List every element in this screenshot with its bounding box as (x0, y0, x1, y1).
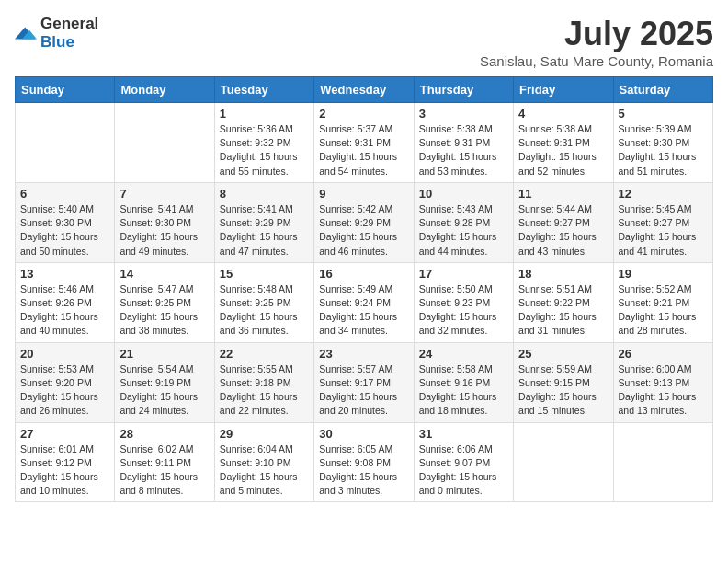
day-number: 28 (119, 427, 209, 441)
calendar-cell: 23Sunrise: 5:57 AM Sunset: 9:17 PM Dayli… (314, 342, 414, 422)
day-info: Sunrise: 5:44 AM Sunset: 9:27 PM Dayligh… (518, 202, 608, 259)
calendar-week-row: 13Sunrise: 5:46 AM Sunset: 9:26 PM Dayli… (16, 262, 713, 342)
logo-icon (15, 24, 37, 42)
day-info: Sunrise: 5:36 AM Sunset: 9:32 PM Dayligh… (220, 122, 309, 178)
day-number: 17 (419, 267, 508, 281)
calendar-header-row: Sunday Monday Tuesday Wednesday Thursday… (16, 77, 713, 103)
day-number: 26 (619, 347, 708, 361)
day-info: Sunrise: 6:02 AM Sunset: 9:11 PM Dayligh… (119, 442, 209, 499)
day-number: 9 (319, 187, 408, 201)
calendar-cell: 2Sunrise: 5:37 AM Sunset: 9:31 PM Daylig… (314, 103, 414, 183)
calendar-cell (16, 103, 115, 183)
calendar-table: Sunday Monday Tuesday Wednesday Thursday… (15, 76, 713, 502)
calendar-cell: 10Sunrise: 5:43 AM Sunset: 9:28 PM Dayli… (414, 182, 513, 262)
day-info: Sunrise: 5:42 AM Sunset: 9:29 PM Dayligh… (319, 202, 408, 259)
day-info: Sunrise: 5:51 AM Sunset: 9:22 PM Dayligh… (518, 282, 608, 339)
day-info: Sunrise: 5:58 AM Sunset: 9:16 PM Dayligh… (419, 362, 508, 419)
calendar-cell: 25Sunrise: 5:59 AM Sunset: 9:15 PM Dayli… (514, 342, 613, 422)
col-friday: Friday (514, 77, 613, 103)
col-monday: Monday (115, 77, 214, 103)
calendar-cell: 28Sunrise: 6:02 AM Sunset: 9:11 PM Dayli… (115, 422, 214, 502)
calendar-week-row: 1Sunrise: 5:36 AM Sunset: 9:32 PM Daylig… (16, 103, 713, 183)
calendar-cell: 21Sunrise: 5:54 AM Sunset: 9:19 PM Dayli… (115, 342, 214, 422)
month-title: July 2025 (480, 15, 713, 53)
calendar-cell: 24Sunrise: 5:58 AM Sunset: 9:16 PM Dayli… (414, 342, 513, 422)
day-info: Sunrise: 5:55 AM Sunset: 9:18 PM Dayligh… (220, 362, 309, 419)
calendar-cell: 5Sunrise: 5:39 AM Sunset: 9:30 PM Daylig… (613, 103, 712, 183)
calendar-cell: 15Sunrise: 5:48 AM Sunset: 9:25 PM Dayli… (214, 262, 313, 342)
calendar-cell: 31Sunrise: 6:06 AM Sunset: 9:07 PM Dayli… (414, 422, 513, 502)
day-number: 2 (319, 107, 408, 121)
calendar-cell: 27Sunrise: 6:01 AM Sunset: 9:12 PM Dayli… (16, 422, 115, 502)
day-number: 8 (220, 187, 309, 201)
calendar-cell: 20Sunrise: 5:53 AM Sunset: 9:20 PM Dayli… (16, 342, 115, 422)
day-number: 22 (220, 347, 309, 361)
day-number: 20 (20, 347, 109, 361)
calendar-cell: 4Sunrise: 5:38 AM Sunset: 9:31 PM Daylig… (514, 103, 613, 183)
calendar-week-row: 6Sunrise: 5:40 AM Sunset: 9:30 PM Daylig… (16, 182, 713, 262)
day-number: 31 (419, 427, 508, 441)
day-number: 18 (518, 267, 608, 281)
day-number: 23 (319, 347, 408, 361)
day-info: Sunrise: 6:06 AM Sunset: 9:07 PM Dayligh… (419, 442, 508, 499)
day-number: 12 (619, 187, 708, 201)
day-number: 13 (20, 267, 109, 281)
day-number: 29 (220, 427, 309, 441)
day-info: Sunrise: 5:46 AM Sunset: 9:26 PM Dayligh… (20, 282, 109, 339)
day-info: Sunrise: 5:49 AM Sunset: 9:24 PM Dayligh… (319, 282, 408, 339)
calendar-cell: 8Sunrise: 5:41 AM Sunset: 9:29 PM Daylig… (214, 182, 313, 262)
day-info: Sunrise: 5:38 AM Sunset: 9:31 PM Dayligh… (419, 122, 508, 178)
calendar-cell: 3Sunrise: 5:38 AM Sunset: 9:31 PM Daylig… (414, 103, 513, 183)
calendar-cell: 11Sunrise: 5:44 AM Sunset: 9:27 PM Dayli… (514, 182, 613, 262)
day-info: Sunrise: 5:41 AM Sunset: 9:29 PM Dayligh… (220, 202, 309, 259)
calendar-cell: 18Sunrise: 5:51 AM Sunset: 9:22 PM Dayli… (514, 262, 613, 342)
day-info: Sunrise: 5:50 AM Sunset: 9:23 PM Dayligh… (419, 282, 508, 339)
day-info: Sunrise: 5:40 AM Sunset: 9:30 PM Dayligh… (20, 202, 109, 259)
day-info: Sunrise: 5:38 AM Sunset: 9:31 PM Dayligh… (518, 122, 608, 178)
col-sunday: Sunday (16, 77, 115, 103)
logo-general: General (40, 15, 98, 32)
day-number: 25 (518, 347, 608, 361)
day-number: 11 (518, 187, 608, 201)
logo-blue: Blue (40, 33, 74, 51)
title-area: July 2025 Sanislau, Satu Mare County, Ro… (480, 15, 713, 69)
calendar-cell: 9Sunrise: 5:42 AM Sunset: 9:29 PM Daylig… (314, 182, 414, 262)
day-info: Sunrise: 5:45 AM Sunset: 9:27 PM Dayligh… (619, 202, 708, 259)
day-info: Sunrise: 5:47 AM Sunset: 9:25 PM Dayligh… (119, 282, 209, 339)
day-info: Sunrise: 5:41 AM Sunset: 9:30 PM Dayligh… (119, 202, 209, 259)
day-number: 14 (119, 267, 209, 281)
day-info: Sunrise: 5:59 AM Sunset: 9:15 PM Dayligh… (518, 362, 608, 419)
day-info: Sunrise: 6:05 AM Sunset: 9:08 PM Dayligh… (319, 442, 408, 499)
day-info: Sunrise: 5:43 AM Sunset: 9:28 PM Dayligh… (419, 202, 508, 259)
calendar-cell: 16Sunrise: 5:49 AM Sunset: 9:24 PM Dayli… (314, 262, 414, 342)
col-tuesday: Tuesday (214, 77, 313, 103)
calendar-cell (613, 422, 712, 502)
calendar-cell: 1Sunrise: 5:36 AM Sunset: 9:32 PM Daylig… (214, 103, 313, 183)
day-number: 16 (319, 267, 408, 281)
day-number: 7 (119, 187, 209, 201)
day-info: Sunrise: 5:52 AM Sunset: 9:21 PM Dayligh… (619, 282, 708, 339)
calendar-cell: 6Sunrise: 5:40 AM Sunset: 9:30 PM Daylig… (16, 182, 115, 262)
day-number: 4 (518, 107, 608, 121)
col-saturday: Saturday (613, 77, 712, 103)
col-thursday: Thursday (414, 77, 513, 103)
page-header: General Blue July 2025 Sanislau, Satu Ma… (15, 15, 713, 69)
day-info: Sunrise: 5:48 AM Sunset: 9:25 PM Dayligh… (220, 282, 309, 339)
day-number: 24 (419, 347, 508, 361)
calendar-week-row: 20Sunrise: 5:53 AM Sunset: 9:20 PM Dayli… (16, 342, 713, 422)
day-number: 30 (319, 427, 408, 441)
calendar-cell: 26Sunrise: 6:00 AM Sunset: 9:13 PM Dayli… (613, 342, 712, 422)
calendar-cell: 30Sunrise: 6:05 AM Sunset: 9:08 PM Dayli… (314, 422, 414, 502)
calendar-cell: 13Sunrise: 5:46 AM Sunset: 9:26 PM Dayli… (16, 262, 115, 342)
day-number: 5 (619, 107, 708, 121)
day-number: 3 (419, 107, 508, 121)
calendar-cell (514, 422, 613, 502)
day-info: Sunrise: 6:00 AM Sunset: 9:13 PM Dayligh… (619, 362, 708, 419)
day-number: 1 (220, 107, 309, 121)
day-info: Sunrise: 5:39 AM Sunset: 9:30 PM Dayligh… (619, 122, 708, 178)
calendar-cell: 14Sunrise: 5:47 AM Sunset: 9:25 PM Dayli… (115, 262, 214, 342)
day-number: 27 (20, 427, 109, 441)
day-info: Sunrise: 5:54 AM Sunset: 9:19 PM Dayligh… (119, 362, 209, 419)
calendar-cell: 29Sunrise: 6:04 AM Sunset: 9:10 PM Dayli… (214, 422, 313, 502)
day-info: Sunrise: 6:01 AM Sunset: 9:12 PM Dayligh… (20, 442, 109, 499)
